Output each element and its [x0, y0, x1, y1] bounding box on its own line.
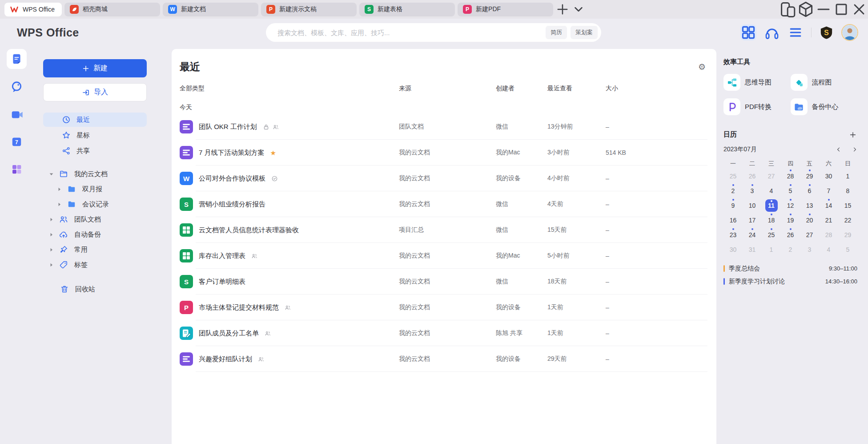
- calendar-day[interactable]: 25: [723, 169, 743, 183]
- calendar-day-selected[interactable]: 11: [762, 198, 781, 213]
- calendar-day[interactable]: 3: [743, 183, 762, 198]
- calendar-day[interactable]: 30: [723, 242, 743, 257]
- tool-pdf-convert[interactable]: PDF转换: [723, 98, 791, 115]
- tool-flowchart[interactable]: 流程图: [791, 74, 858, 91]
- file-row[interactable]: P 市场主体登记提交材料规范 我的云文档 我的设备 1天前 –: [180, 295, 707, 320]
- rail-item-chat[interactable]: [7, 77, 27, 97]
- caret-down-icon[interactable]: [49, 172, 54, 177]
- tree-item-常用[interactable]: 常用: [43, 242, 147, 257]
- file-row[interactable]: 团队 OKR 工作计划 团队文档 微信 13分钟前 –: [180, 114, 707, 140]
- tree-item-会议记录[interactable]: 会议记录: [43, 197, 147, 212]
- add-event-button[interactable]: [849, 131, 856, 138]
- calendar-day[interactable]: 16: [723, 213, 743, 227]
- calendar-day[interactable]: 18: [762, 213, 781, 227]
- calendar-day[interactable]: 2: [781, 242, 800, 257]
- file-row[interactable]: 云文档管人员信息统计表理器验收 项目汇总 微信 15天前 –: [180, 217, 707, 243]
- calendar-day[interactable]: 26: [743, 169, 762, 183]
- file-row[interactable]: W 公司对外合作协议模板 我的云文档 我的设备 4小时前 –: [180, 165, 707, 191]
- file-row[interactable]: 兴趣爱好组队计划 我的云文档 我的设备 29天前 –: [180, 346, 707, 372]
- calendar-day[interactable]: 10: [743, 198, 762, 213]
- caret-right-icon[interactable]: [49, 232, 54, 237]
- new-tab-button[interactable]: [556, 3, 569, 16]
- tab-slides[interactable]: P 新建演示文稿: [261, 3, 357, 16]
- membership-badge-icon[interactable]: S: [819, 25, 834, 40]
- file-row[interactable]: S 营销小组业绩分析报告 我的云文档 微信 4天前 –: [180, 191, 707, 217]
- rail-item-meeting[interactable]: [7, 104, 27, 124]
- filter-dropdown[interactable]: 全部类型: [180, 85, 207, 93]
- tree-item-标签[interactable]: 标签: [43, 257, 147, 272]
- calendar-day[interactable]: 27: [800, 227, 819, 242]
- close-button[interactable]: [850, 0, 868, 19]
- calendar-day[interactable]: 4: [819, 242, 838, 257]
- caret-right-icon[interactable]: [57, 202, 62, 207]
- prev-month-button[interactable]: [836, 147, 841, 152]
- tab-pdf[interactable]: P 新建PDF: [458, 3, 553, 16]
- caret-right-icon[interactable]: [57, 187, 62, 192]
- calendar-day[interactable]: 21: [819, 213, 838, 227]
- support-headset-button[interactable]: [764, 24, 780, 40]
- main-menu-button[interactable]: [788, 24, 804, 40]
- calendar-day[interactable]: 8: [838, 183, 857, 198]
- calendar-day[interactable]: 26: [781, 227, 800, 242]
- file-row[interactable]: 团队成员及分工名单 我的云文档 陈旭 共享 1天前 –: [180, 320, 707, 346]
- calendar-event[interactable]: 季度总结会 9:30–11:00: [723, 262, 857, 275]
- sidebar-item-star[interactable]: 星标: [43, 128, 147, 142]
- tab-docer[interactable]: 稻壳商城: [64, 3, 160, 16]
- calendar-day[interactable]: 23: [723, 227, 743, 242]
- workspace-button[interactable]: [797, 0, 815, 19]
- calendar-event[interactable]: 新季度学习计划讨论 14:30–16:00: [723, 275, 857, 288]
- mobile-sync-button[interactable]: [779, 0, 797, 19]
- caret-right-icon[interactable]: [49, 262, 54, 267]
- calendar-day[interactable]: 14: [819, 198, 838, 213]
- import-button[interactable]: 导入: [43, 83, 147, 101]
- new-document-button[interactable]: 新建: [43, 59, 147, 77]
- calendar-day[interactable]: 15: [838, 198, 857, 213]
- calendar-day[interactable]: 5: [781, 183, 800, 198]
- maximize-button[interactable]: [832, 0, 850, 19]
- filter-dropdown[interactable]: 来源: [399, 85, 414, 93]
- calendar-day[interactable]: 1: [838, 169, 857, 183]
- search-input[interactable]: [277, 29, 546, 36]
- tree-item-双月报[interactable]: 双月报: [43, 182, 147, 197]
- calendar-day[interactable]: 28: [819, 227, 838, 242]
- calendar-day[interactable]: 9: [723, 198, 743, 213]
- next-month-button[interactable]: [852, 147, 857, 152]
- file-row[interactable]: 库存出入管理表 我的云文档 我的Mac 5小时前 –: [180, 243, 707, 269]
- tab-writer[interactable]: W 新建文档: [163, 3, 258, 16]
- calendar-day[interactable]: 31: [743, 242, 762, 257]
- sidebar-item-clock[interactable]: 最近: [43, 113, 147, 127]
- calendar-day[interactable]: 20: [800, 213, 819, 227]
- tool-mindmap[interactable]: 思维导图: [723, 74, 791, 91]
- rail-item-documents[interactable]: [7, 49, 27, 69]
- apps-grid-button[interactable]: [740, 24, 756, 40]
- sidebar-item-share[interactable]: 共享: [43, 144, 147, 158]
- rail-item-apps[interactable]: [7, 159, 27, 179]
- calendar-day[interactable]: 7: [819, 183, 838, 198]
- search-tag[interactable]: 策划案: [571, 26, 598, 39]
- filter-dropdown[interactable]: 大小: [606, 85, 620, 93]
- calendar-day[interactable]: 22: [838, 213, 857, 227]
- calendar-day[interactable]: 2: [723, 183, 743, 198]
- calendar-day[interactable]: 27: [762, 169, 781, 183]
- calendar-day[interactable]: 19: [781, 213, 800, 227]
- calendar-day[interactable]: 6: [800, 183, 819, 198]
- calendar-day[interactable]: 1: [762, 242, 781, 257]
- minimize-button[interactable]: [815, 0, 832, 19]
- user-avatar[interactable]: [841, 24, 858, 41]
- calendar-day[interactable]: 17: [743, 213, 762, 227]
- filter-dropdown[interactable]: 创建者: [496, 85, 517, 93]
- calendar-day[interactable]: 29: [800, 169, 819, 183]
- calendar-day[interactable]: 25: [762, 227, 781, 242]
- calendar-day[interactable]: 29: [838, 227, 857, 242]
- rail-item-calendar[interactable]: 7: [7, 132, 27, 152]
- calendar-day[interactable]: 13: [800, 198, 819, 213]
- calendar-day[interactable]: 5: [838, 242, 857, 257]
- sidebar-item-trash[interactable]: 回收站: [43, 282, 147, 297]
- filter-dropdown[interactable]: 最近查看: [547, 85, 575, 93]
- settings-gear-icon[interactable]: ⚙: [698, 63, 706, 71]
- tree-item-自动备份[interactable]: 自动备份: [43, 227, 147, 242]
- calendar-day[interactable]: 12: [781, 198, 800, 213]
- caret-right-icon[interactable]: [49, 217, 54, 222]
- tab-wps[interactable]: WPS Office: [4, 3, 62, 16]
- calendar-day[interactable]: 28: [781, 169, 800, 183]
